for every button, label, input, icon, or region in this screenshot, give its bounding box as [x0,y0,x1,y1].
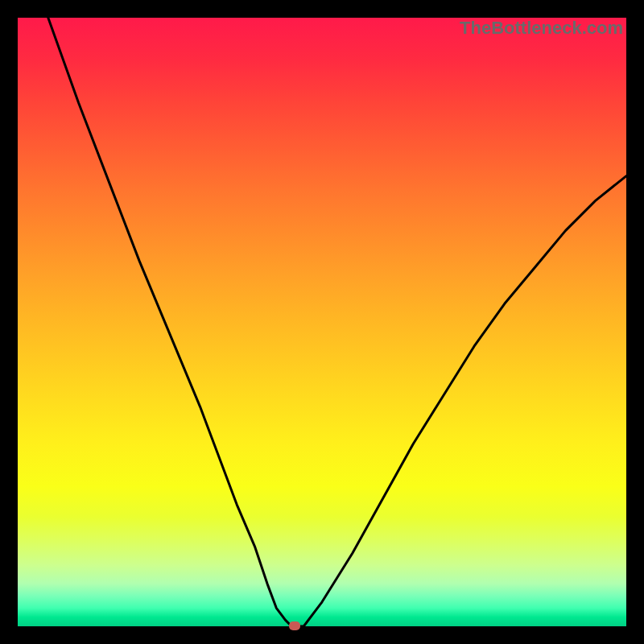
bottleneck-curve [18,18,626,626]
chart-container: TheBottleneck.com [0,0,644,644]
curve-minimum-marker [289,621,300,630]
plot-area: TheBottleneck.com [18,18,626,626]
